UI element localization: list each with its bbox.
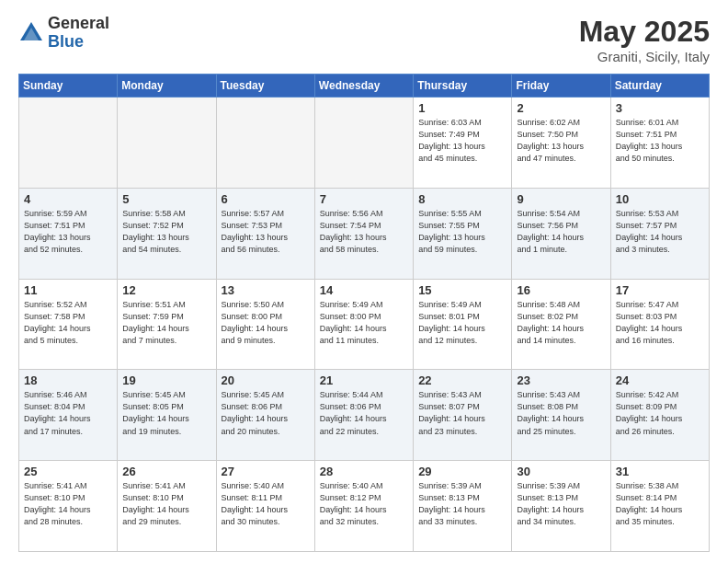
calendar-header-tuesday: Tuesday: [216, 75, 314, 98]
calendar-cell: [314, 98, 413, 189]
day-info: Sunrise: 5:48 AM Sunset: 8:02 PM Dayligh…: [517, 299, 605, 347]
calendar-cell: 7Sunrise: 5:56 AM Sunset: 7:54 PM Daylig…: [314, 188, 413, 279]
day-info: Sunrise: 5:58 AM Sunset: 7:52 PM Dayligh…: [122, 208, 210, 256]
day-number: 20: [222, 373, 310, 387]
day-info: Sunrise: 5:42 AM Sunset: 8:09 PM Dayligh…: [616, 389, 704, 437]
day-number: 14: [320, 283, 408, 297]
calendar-cell: 12Sunrise: 5:51 AM Sunset: 7:59 PM Dayli…: [118, 279, 216, 370]
title-block: May 2025 Graniti, Sicily, Italy: [579, 15, 710, 64]
day-number: 9: [517, 192, 605, 206]
calendar-header-sunday: Sunday: [19, 75, 118, 98]
calendar-header-monday: Monday: [118, 75, 216, 98]
calendar-cell: 10Sunrise: 5:53 AM Sunset: 7:57 PM Dayli…: [610, 188, 709, 279]
calendar-cell: 21Sunrise: 5:44 AM Sunset: 8:06 PM Dayli…: [314, 370, 413, 461]
day-info: Sunrise: 5:47 AM Sunset: 8:03 PM Dayligh…: [616, 299, 704, 347]
day-number: 28: [320, 465, 408, 478]
calendar-table: SundayMondayTuesdayWednesdayThursdayFrid…: [18, 74, 710, 552]
calendar-cell: 27Sunrise: 5:40 AM Sunset: 8:11 PM Dayli…: [216, 461, 314, 552]
day-info: Sunrise: 5:45 AM Sunset: 8:06 PM Dayligh…: [222, 389, 310, 437]
day-info: Sunrise: 5:40 AM Sunset: 8:11 PM Dayligh…: [222, 480, 310, 528]
calendar-cell: 28Sunrise: 5:40 AM Sunset: 8:12 PM Dayli…: [314, 461, 413, 552]
calendar-cell: 5Sunrise: 5:58 AM Sunset: 7:52 PM Daylig…: [118, 188, 216, 279]
calendar-cell: 2Sunrise: 6:02 AM Sunset: 7:50 PM Daylig…: [512, 98, 610, 189]
logo-general: General: [48, 15, 109, 33]
day-number: 18: [24, 373, 112, 387]
calendar-cell: 9Sunrise: 5:54 AM Sunset: 7:56 PM Daylig…: [512, 188, 610, 279]
day-number: 23: [517, 373, 605, 387]
day-info: Sunrise: 5:41 AM Sunset: 8:10 PM Dayligh…: [24, 480, 112, 528]
day-info: Sunrise: 6:02 AM Sunset: 7:50 PM Dayligh…: [517, 117, 605, 165]
day-number: 30: [517, 465, 605, 478]
day-number: 24: [616, 373, 704, 387]
calendar-cell: 30Sunrise: 5:39 AM Sunset: 8:13 PM Dayli…: [512, 461, 610, 552]
day-info: Sunrise: 5:55 AM Sunset: 7:55 PM Dayligh…: [418, 208, 506, 256]
calendar-cell: 15Sunrise: 5:49 AM Sunset: 8:01 PM Dayli…: [414, 279, 512, 370]
day-info: Sunrise: 5:45 AM Sunset: 8:05 PM Dayligh…: [122, 389, 210, 437]
day-info: Sunrise: 5:41 AM Sunset: 8:10 PM Dayligh…: [122, 480, 210, 528]
calendar-cell: 1Sunrise: 6:03 AM Sunset: 7:49 PM Daylig…: [414, 98, 512, 189]
day-info: Sunrise: 5:49 AM Sunset: 8:00 PM Dayligh…: [320, 299, 408, 347]
day-number: 27: [222, 465, 310, 478]
day-number: 11: [24, 283, 112, 297]
day-number: 12: [122, 283, 210, 297]
logo: General Blue: [18, 15, 109, 52]
calendar-cell: 3Sunrise: 6:01 AM Sunset: 7:51 PM Daylig…: [610, 98, 709, 189]
calendar-week-row: 18Sunrise: 5:46 AM Sunset: 8:04 PM Dayli…: [19, 370, 710, 461]
day-info: Sunrise: 5:39 AM Sunset: 8:13 PM Dayligh…: [517, 480, 605, 528]
day-number: 7: [320, 192, 408, 206]
day-info: Sunrise: 5:43 AM Sunset: 8:08 PM Dayligh…: [517, 389, 605, 437]
day-number: 25: [24, 465, 112, 478]
day-number: 10: [616, 192, 704, 206]
day-info: Sunrise: 5:38 AM Sunset: 8:14 PM Dayligh…: [616, 480, 704, 528]
calendar-cell: 18Sunrise: 5:46 AM Sunset: 8:04 PM Dayli…: [19, 370, 118, 461]
calendar-cell: 29Sunrise: 5:39 AM Sunset: 8:13 PM Dayli…: [414, 461, 512, 552]
calendar-cell: 11Sunrise: 5:52 AM Sunset: 7:58 PM Dayli…: [19, 279, 118, 370]
page: General Blue May 2025 Graniti, Sicily, I…: [0, 0, 728, 563]
calendar-title: May 2025: [579, 15, 710, 49]
day-number: 31: [616, 465, 704, 478]
day-info: Sunrise: 5:54 AM Sunset: 7:56 PM Dayligh…: [517, 208, 605, 256]
calendar-cell: 13Sunrise: 5:50 AM Sunset: 8:00 PM Dayli…: [216, 279, 314, 370]
calendar-cell: 14Sunrise: 5:49 AM Sunset: 8:00 PM Dayli…: [314, 279, 413, 370]
day-number: 21: [320, 373, 408, 387]
day-number: 1: [418, 101, 506, 115]
calendar-cell: [19, 98, 118, 189]
day-info: Sunrise: 5:43 AM Sunset: 8:07 PM Dayligh…: [418, 389, 506, 437]
day-number: 2: [517, 101, 605, 115]
calendar-subtitle: Graniti, Sicily, Italy: [579, 49, 710, 64]
calendar-cell: 19Sunrise: 5:45 AM Sunset: 8:05 PM Dayli…: [118, 370, 216, 461]
day-info: Sunrise: 5:53 AM Sunset: 7:57 PM Dayligh…: [616, 208, 704, 256]
day-info: Sunrise: 5:57 AM Sunset: 7:53 PM Dayligh…: [222, 208, 310, 256]
calendar-week-row: 25Sunrise: 5:41 AM Sunset: 8:10 PM Dayli…: [19, 461, 710, 552]
day-number: 19: [122, 373, 210, 387]
day-number: 6: [222, 192, 310, 206]
day-number: 16: [517, 283, 605, 297]
day-number: 5: [122, 192, 210, 206]
day-info: Sunrise: 5:44 AM Sunset: 8:06 PM Dayligh…: [320, 389, 408, 437]
calendar-cell: 25Sunrise: 5:41 AM Sunset: 8:10 PM Dayli…: [19, 461, 118, 552]
day-number: 17: [616, 283, 704, 297]
calendar-cell: 24Sunrise: 5:42 AM Sunset: 8:09 PM Dayli…: [610, 370, 709, 461]
calendar-week-row: 4Sunrise: 5:59 AM Sunset: 7:51 PM Daylig…: [19, 188, 710, 279]
day-info: Sunrise: 5:49 AM Sunset: 8:01 PM Dayligh…: [418, 299, 506, 347]
calendar-header-thursday: Thursday: [414, 75, 512, 98]
day-info: Sunrise: 5:56 AM Sunset: 7:54 PM Dayligh…: [320, 208, 408, 256]
calendar-header-row: SundayMondayTuesdayWednesdayThursdayFrid…: [19, 75, 710, 98]
calendar-cell: 8Sunrise: 5:55 AM Sunset: 7:55 PM Daylig…: [414, 188, 512, 279]
day-info: Sunrise: 5:46 AM Sunset: 8:04 PM Dayligh…: [24, 389, 112, 437]
calendar-cell: 16Sunrise: 5:48 AM Sunset: 8:02 PM Dayli…: [512, 279, 610, 370]
logo-text: General Blue: [48, 15, 109, 52]
logo-blue: Blue: [48, 33, 109, 52]
calendar-header-friday: Friday: [512, 75, 610, 98]
day-info: Sunrise: 5:59 AM Sunset: 7:51 PM Dayligh…: [24, 208, 112, 256]
day-number: 15: [418, 283, 506, 297]
calendar-cell: 26Sunrise: 5:41 AM Sunset: 8:10 PM Dayli…: [118, 461, 216, 552]
day-info: Sunrise: 5:52 AM Sunset: 7:58 PM Dayligh…: [24, 299, 112, 347]
logo-icon: [18, 20, 44, 46]
calendar-cell: 22Sunrise: 5:43 AM Sunset: 8:07 PM Dayli…: [414, 370, 512, 461]
header: General Blue May 2025 Graniti, Sicily, I…: [18, 15, 710, 64]
day-info: Sunrise: 5:50 AM Sunset: 8:00 PM Dayligh…: [222, 299, 310, 347]
calendar-cell: 6Sunrise: 5:57 AM Sunset: 7:53 PM Daylig…: [216, 188, 314, 279]
calendar-week-row: 11Sunrise: 5:52 AM Sunset: 7:58 PM Dayli…: [19, 279, 710, 370]
day-info: Sunrise: 5:51 AM Sunset: 7:59 PM Dayligh…: [122, 299, 210, 347]
